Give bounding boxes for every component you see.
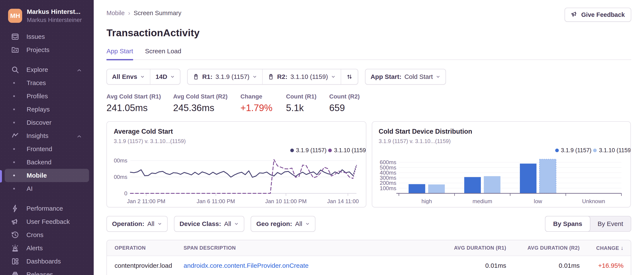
svg-text:0: 0 <box>124 190 127 196</box>
megaphone-icon <box>11 217 20 226</box>
sidebar-item-explore[interactable]: Explore <box>0 63 94 76</box>
col-avg-duration-r2[interactable]: AVG DURATION (R2) <box>506 245 580 251</box>
tab-screen-load[interactable]: Screen Load <box>145 48 181 60</box>
sidebar-item-dashboards[interactable]: Dashboards <box>0 255 94 268</box>
cell-operation: contentprovider.load <box>107 262 184 269</box>
bar-chart[interactable]: 100ms200ms300ms400ms500ms600mshighmedium… <box>379 154 624 204</box>
chevron-up-icon <box>76 67 82 75</box>
release-icon <box>193 74 199 80</box>
clock-icon <box>11 231 20 239</box>
sidebar-item-crons[interactable]: Crons <box>0 228 94 241</box>
svg-text:400ms: 400ms <box>114 157 127 164</box>
env-filter[interactable]: All Envs <box>107 69 150 84</box>
graph-icon <box>11 132 20 140</box>
sidebar-item-user-feedback[interactable]: User Feedback <box>0 215 94 228</box>
chart-subtitle: 3.1.9 (1157) v. 3.1.10...(1159) <box>379 138 624 145</box>
col-span-description[interactable]: SPAN DESCRIPTION <box>184 245 434 251</box>
stat-avg-cold-start-r2: Avg Cold Start (R2) 245.36ms <box>173 93 240 113</box>
issues-icon <box>11 32 20 41</box>
sidebar-item-issues[interactable]: Issues <box>0 30 94 43</box>
tab-bar: App Start Screen Load <box>106 48 631 60</box>
date-range-filter[interactable]: 14D <box>150 69 180 84</box>
legend-item: 3.1.10 (1159 <box>328 147 366 154</box>
sidebar-item-traces[interactable]: Traces <box>0 76 94 90</box>
swap-icon <box>346 74 353 80</box>
sidebar-item-releases[interactable]: Releases <box>0 268 94 275</box>
bullet-icon <box>13 82 15 84</box>
breadcrumb: Mobile › Screen Summary <box>106 9 181 17</box>
chevron-up-icon <box>76 133 82 141</box>
app-start-type-filter: App Start: Cold Start <box>365 69 446 85</box>
swap-releases-button[interactable] <box>341 69 358 84</box>
geo-region-filter[interactable]: Geo region: All <box>251 216 316 232</box>
org-switcher[interactable]: MH Markus Hinterst... Markus Hinterstein… <box>8 8 82 24</box>
sidebar-item-insights[interactable]: Insights <box>0 129 94 142</box>
filter-bar: All Envs 14D R1: 3.1.9 (1157) R2: 3.1.10… <box>106 69 631 85</box>
sidebar-item-discover[interactable]: Discover <box>0 116 94 129</box>
svg-text:Unknown: Unknown <box>582 198 605 204</box>
bullet-icon <box>13 122 15 123</box>
operation-filter[interactable]: Operation: All <box>106 216 168 232</box>
megaphone-icon <box>571 11 578 19</box>
toggle-by-spans[interactable]: By Spans <box>545 216 590 232</box>
sidebar-item-frontend[interactable]: Frontend <box>0 142 94 156</box>
release-r2-selector[interactable]: R2: 3.1.10 (1159) <box>262 69 341 84</box>
sidebar-item-alerts[interactable]: Alerts <box>0 241 94 255</box>
breadcrumb-mobile[interactable]: Mobile <box>106 10 124 17</box>
spans-table: OPERATION SPAN DESCRIPTION AVG DURATION … <box>106 240 631 275</box>
col-change[interactable]: CHANGE ↓ <box>580 245 631 251</box>
sidebar-item-performance[interactable]: Performance <box>0 202 94 215</box>
svg-text:Jan 6 11:00 PM: Jan 6 11:00 PM <box>196 198 235 204</box>
view-toggle: By Spans By Event <box>545 216 631 232</box>
stats-row: Avg Cold Start (R1) 241.05ms Avg Cold St… <box>106 93 631 113</box>
user-name: Markus Hintersteiner <box>27 17 82 24</box>
svg-text:medium: medium <box>472 198 492 204</box>
device-class-filter[interactable]: Device Class: All <box>174 216 244 232</box>
svg-text:Jan 2 11:00 PM: Jan 2 11:00 PM <box>127 198 165 204</box>
main-content: Mobile › Screen Summary Give Feedback Tr… <box>94 0 644 275</box>
breadcrumb-screen-summary: Screen Summary <box>134 10 181 17</box>
col-avg-duration-r1[interactable]: AVG DURATION (R1) <box>434 245 506 251</box>
bullet-icon <box>13 161 15 163</box>
toggle-by-event[interactable]: By Event <box>590 216 631 231</box>
tab-app-start[interactable]: App Start <box>106 48 133 60</box>
dashboard-icon <box>11 257 20 266</box>
sidebar-item-replays[interactable]: Replays <box>0 103 94 116</box>
chart-legend: 3.1.9 (1157) 3.1.10 (1159 <box>379 147 631 154</box>
span-description-link[interactable]: androidx.core.content.FileProvider.onCre… <box>184 262 308 269</box>
legend-dot-icon <box>328 149 332 152</box>
svg-text:Jan 10 11:00 PM: Jan 10 11:00 PM <box>265 198 307 204</box>
cell-span-description: androidx.core.content.FileProvider.onCre… <box>184 262 434 269</box>
chart-subtitle: 3.1.9 (1157) v. 3.1.10...(1159) <box>114 138 359 145</box>
stat-count-r2: Count (R2) 659 <box>329 93 360 113</box>
give-feedback-button[interactable]: Give Feedback <box>564 8 631 22</box>
cell-change: +16.95% <box>580 262 631 269</box>
stat-count-r1: Count (R1) 5.1k <box>286 93 329 113</box>
legend-dot-icon <box>593 149 597 152</box>
bullet-icon <box>13 175 15 176</box>
chart-legend: 3.1.9 (1157) 3.1.10 (1159 <box>114 147 366 154</box>
release-r1-selector[interactable]: R1: 3.1.9 (1157) <box>188 69 262 84</box>
app-start-type-selector[interactable]: App Start: Cold Start <box>366 69 446 84</box>
line-chart[interactable]: 0200ms400msJan 2 11:00 PMJan 6 11:00 PMJ… <box>114 154 359 204</box>
cell-avg-duration-r1: 0.01ms <box>434 262 506 269</box>
releases-icon <box>11 270 20 275</box>
bullet-icon <box>13 188 15 189</box>
chevron-down-icon <box>252 74 257 79</box>
chevron-right-icon: › <box>128 9 130 17</box>
sidebar-item-projects[interactable]: Projects <box>0 43 94 57</box>
chart-title: Cold Start Device Distribution <box>379 128 624 135</box>
bullet-icon <box>13 148 15 150</box>
col-operation[interactable]: OPERATION <box>107 245 184 251</box>
sidebar-item-profiles[interactable]: Profiles <box>0 90 94 103</box>
sidebar-item-ai[interactable]: AI <box>0 182 94 195</box>
sidebar-item-backend[interactable]: Backend <box>0 156 94 169</box>
chevron-down-icon <box>305 221 310 226</box>
search-icon <box>11 66 20 74</box>
sidebar-item-mobile[interactable]: Mobile <box>5 169 89 182</box>
legend-item: 3.1.9 (1157) <box>555 147 592 154</box>
chevron-down-icon <box>140 74 145 79</box>
chart-title: Average Cold Start <box>114 128 359 135</box>
lightning-icon <box>11 204 20 213</box>
table-header: OPERATION SPAN DESCRIPTION AVG DURATION … <box>107 240 631 256</box>
